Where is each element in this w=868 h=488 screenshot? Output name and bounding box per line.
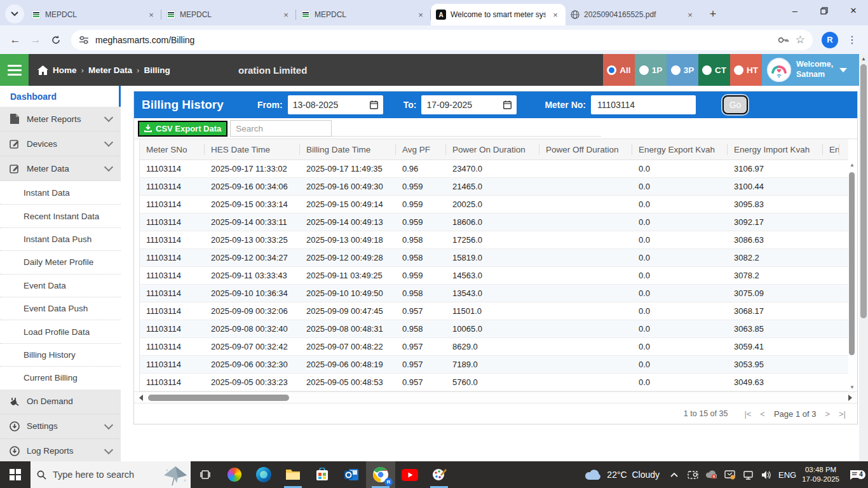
filter-ct[interactable]: CT bbox=[698, 54, 730, 86]
back-icon[interactable]: ← bbox=[5, 30, 25, 50]
tab-close-icon[interactable]: × bbox=[146, 10, 156, 20]
microsoft-store-icon[interactable] bbox=[308, 461, 337, 488]
table-row[interactable]: 111031142025-09-08 00:32:402025-09-08 00… bbox=[139, 320, 848, 338]
tab-mepdcl-3[interactable]: MEPDCL × bbox=[296, 4, 431, 25]
table-row[interactable]: 111031142025-09-16 00:34:062025-09-16 00… bbox=[139, 178, 848, 196]
sidebar-subitem[interactable]: Event Data Push bbox=[0, 297, 121, 320]
scroll-right-icon[interactable] bbox=[848, 395, 852, 401]
breadcrumb-meter-data[interactable]: Meter Data bbox=[88, 65, 132, 75]
filter-all[interactable]: All bbox=[603, 54, 635, 86]
last-page-icon[interactable]: >| bbox=[839, 409, 846, 419]
sidebar-item-settings[interactable]: Settings bbox=[0, 414, 121, 439]
start-button[interactable] bbox=[0, 461, 31, 488]
tab-close-icon[interactable]: × bbox=[550, 10, 560, 20]
scroll-thumb[interactable] bbox=[849, 172, 855, 355]
tab-smart-meter-active[interactable]: A Welcome to smart meter sys × bbox=[431, 4, 566, 25]
sidebar-subitem[interactable]: Current Billing bbox=[0, 366, 121, 389]
sidebar-subitem[interactable]: Event Data bbox=[0, 274, 121, 297]
tab-pdf[interactable]: 20250904165525.pdf × bbox=[566, 4, 700, 25]
tab-search-chevron-icon[interactable] bbox=[5, 4, 24, 24]
scroll-down-icon[interactable]: ▼ bbox=[848, 384, 856, 390]
scroll-up-icon[interactable]: ▲ bbox=[848, 162, 856, 168]
window-restore-button[interactable] bbox=[810, 0, 839, 22]
scroll-thumb[interactable] bbox=[148, 395, 289, 401]
table-row[interactable]: 111031142025-09-05 00:33:232025-09-05 00… bbox=[139, 374, 848, 391]
tab-close-icon[interactable]: × bbox=[685, 10, 695, 20]
url-text[interactable]: meghasmarts.com/Billing bbox=[95, 35, 771, 45]
sidebar-item-dashboard[interactable]: Dashboard bbox=[0, 86, 121, 107]
filter-1p[interactable]: 1P bbox=[635, 54, 667, 86]
tab-mepdcl-2[interactable]: MEPDCL × bbox=[161, 4, 296, 25]
password-key-icon[interactable] bbox=[778, 36, 789, 44]
home-icon[interactable] bbox=[37, 65, 48, 75]
paint-icon[interactable] bbox=[424, 461, 454, 488]
window-close-button[interactable]: × bbox=[839, 0, 868, 22]
table-row[interactable]: 111031142025-09-09 00:32:062025-09-09 00… bbox=[139, 302, 848, 320]
radio-icon[interactable] bbox=[702, 65, 712, 75]
sidebar-subitem[interactable]: Billing History bbox=[0, 343, 121, 366]
radio-icon[interactable] bbox=[639, 65, 649, 75]
sidebar-item-meter-data[interactable]: Meter Data bbox=[0, 156, 121, 181]
sidebar-item-log-reports[interactable]: Log Reports bbox=[0, 439, 121, 461]
sidebar-subitem[interactable]: Load Profile Data bbox=[0, 320, 121, 342]
scroll-up-icon[interactable]: ▲ bbox=[859, 54, 868, 62]
sidebar-item-meter-reports[interactable]: Meter Reports bbox=[0, 107, 121, 132]
sidebar-subitem[interactable]: Instant Data bbox=[0, 181, 121, 204]
first-page-icon[interactable]: |< bbox=[744, 409, 751, 419]
table-row[interactable]: 111031142025-09-06 00:32:302025-09-06 00… bbox=[139, 356, 848, 374]
scroll-left-icon[interactable] bbox=[139, 395, 143, 401]
tray-expand-chevron-icon[interactable] bbox=[668, 472, 681, 477]
table-row[interactable]: 111031142025-09-12 00:34:272025-09-12 00… bbox=[139, 249, 848, 267]
browser-profile-avatar[interactable]: R bbox=[822, 32, 838, 48]
go-button[interactable]: Go bbox=[722, 95, 748, 114]
sidebar-subitem[interactable]: Recent Instant Data bbox=[0, 204, 121, 227]
screen-cast-icon[interactable] bbox=[686, 470, 699, 480]
bookmark-star-icon[interactable]: ☆ bbox=[796, 33, 805, 46]
meter-no-input[interactable]: 11103114 bbox=[591, 95, 696, 114]
table-horizontal-scrollbar[interactable] bbox=[134, 391, 857, 403]
task-view-icon[interactable] bbox=[191, 461, 220, 488]
filter-ht[interactable]: HT bbox=[730, 54, 762, 86]
user-menu[interactable]: Welcome,Satnam bbox=[762, 54, 859, 86]
sidebar-item-on-demand[interactable]: On Demand bbox=[0, 390, 121, 414]
weather-widget[interactable]: 22°C Cloudy bbox=[584, 469, 660, 480]
sidebar-subitem[interactable]: Instant Data Push bbox=[0, 227, 121, 250]
update-status-icon[interactable] bbox=[723, 470, 736, 480]
from-date-input[interactable]: 13-08-2025 bbox=[288, 95, 383, 114]
site-settings-icon[interactable] bbox=[79, 36, 89, 44]
table-row[interactable]: 111031142025-09-17 11:33:022025-09-17 11… bbox=[139, 160, 848, 178]
next-page-icon[interactable]: > bbox=[825, 409, 830, 419]
table-vertical-scrollbar[interactable]: ▲ ▼ bbox=[848, 162, 856, 390]
table-row[interactable]: 111031142025-09-07 00:32:422025-09-07 00… bbox=[139, 338, 848, 356]
tab-mepdcl-1[interactable]: MEPDCL × bbox=[27, 4, 161, 25]
network-icon[interactable] bbox=[742, 470, 754, 480]
table-row[interactable]: 111031142025-09-10 10:36:342025-09-10 10… bbox=[139, 285, 848, 302]
prev-page-icon[interactable]: < bbox=[760, 409, 765, 419]
language-indicator[interactable]: ENG bbox=[778, 470, 796, 480]
edge-icon[interactable] bbox=[249, 461, 278, 488]
file-explorer-icon[interactable] bbox=[278, 461, 308, 488]
filter-3p[interactable]: 3P bbox=[667, 54, 698, 86]
table-row[interactable]: 111031142025-09-15 00:33:142025-09-15 00… bbox=[139, 196, 848, 214]
new-tab-button[interactable]: + bbox=[704, 5, 722, 23]
breadcrumb-home[interactable]: Home bbox=[53, 65, 77, 75]
browser-menu-icon[interactable]: ⋮ bbox=[842, 34, 863, 46]
address-bar[interactable]: meghasmarts.com/Billing ☆ bbox=[71, 30, 813, 50]
hamburger-menu-icon[interactable] bbox=[0, 54, 29, 86]
breadcrumb-billing[interactable]: Billing bbox=[144, 65, 170, 75]
volume-icon[interactable] bbox=[760, 470, 773, 480]
radio-icon[interactable] bbox=[734, 65, 743, 75]
outlook-icon[interactable] bbox=[337, 461, 366, 488]
csv-export-button[interactable]: CSV Export Data bbox=[138, 121, 227, 137]
table-row[interactable]: 111031142025-09-11 03:33:432025-09-11 03… bbox=[139, 267, 848, 285]
table-row[interactable]: 111031142025-09-14 00:33:112025-09-14 00… bbox=[139, 214, 848, 231]
chrome-icon[interactable]: R bbox=[366, 461, 395, 488]
to-date-input[interactable]: 17-09-2025 bbox=[421, 95, 517, 114]
tab-close-icon[interactable]: × bbox=[416, 10, 426, 20]
search-input[interactable]: Search bbox=[230, 120, 332, 137]
window-minimize-button[interactable]: – bbox=[780, 0, 810, 22]
onedrive-error-icon[interactable] bbox=[705, 470, 717, 479]
sidebar-subitem[interactable]: Daily Meter Profile bbox=[0, 250, 121, 273]
taskbar-clock[interactable]: 03:48 PM17-09-2025 bbox=[802, 465, 839, 484]
radio-icon[interactable] bbox=[671, 65, 681, 75]
